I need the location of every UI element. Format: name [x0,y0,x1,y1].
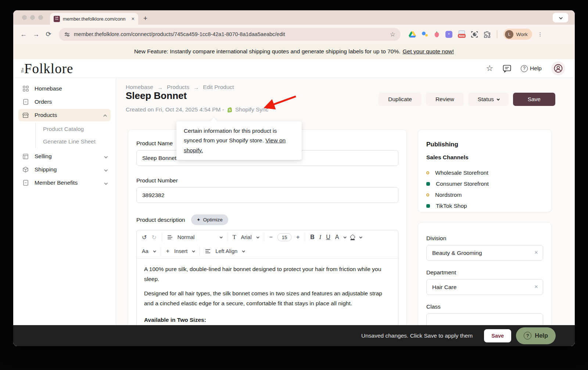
sidebar-item-member-benefits[interactable]: Member Benefits [18,177,111,189]
sidebar-item-generate-line-sheet[interactable]: Generate Line Sheet [36,135,116,148]
italic-icon[interactable]: I [319,234,321,241]
help-button[interactable]: ? Help [521,65,542,72]
product-number-label: Product Number [136,177,398,184]
url-text[interactable]: member.thefolklore.com/connect/products/… [74,31,386,37]
chevron-down-icon [359,235,362,238]
logo-prefix: The [21,69,24,73]
optimize-button[interactable]: ✦ Optimize [191,214,228,225]
banner-link[interactable]: Get your quote now! [403,48,454,55]
sidebar-item-shipping[interactable]: Shipping [18,163,111,176]
chevron-down-icon [104,179,107,186]
breadcrumb-products[interactable]: Products [167,84,189,90]
highlight-color-icon[interactable] [351,235,355,240]
tooltip-text: Certain information for this product is … [184,128,277,143]
sidebar-item-orders[interactable]: Orders [18,96,111,108]
account-avatar[interactable] [551,61,565,75]
back-button[interactable]: ← [18,31,29,38]
extensions-puzzle-icon[interactable] [484,31,491,38]
increase-font-icon[interactable]: + [296,234,300,241]
underline-icon[interactable]: U [326,234,330,241]
redo-icon[interactable]: ↻ [151,234,156,241]
case-label: Aa [142,248,148,254]
status-label: Status [478,96,494,103]
document-icon [22,99,29,105]
undo-icon[interactable]: ↺ [142,234,147,241]
bookmark-star-icon[interactable]: ☆ [390,31,395,38]
svg-text:S: S [229,108,231,111]
review-button[interactable]: Review [426,93,464,106]
layout-icon [22,154,29,159]
chevron-down-icon [219,235,222,238]
forward-button[interactable]: → [31,31,41,38]
new-tab-button[interactable]: + [143,14,147,22]
department-input[interactable] [426,279,543,295]
align-dropdown[interactable]: Left Align [200,247,250,256]
browser-tab[interactable]: folk lore member.thefolklore.com/conn × [50,13,138,25]
channel-consumer-storefront: Consumer Storefront [426,178,543,189]
text-color-icon[interactable]: A [335,234,339,241]
breadcrumb-edit-product: Edit Product [203,84,234,90]
font-size-value[interactable]: 15 [277,233,291,241]
window-controls[interactable] [22,15,43,20]
assistant-dots-icon[interactable] [422,31,428,37]
tab-close-icon[interactable]: × [132,16,135,22]
channel-status-dot [426,193,429,196]
new-extension-icon[interactable]: New [458,31,466,38]
sidebar-item-product-catalog[interactable]: Product Catalog [36,123,116,135]
sidebar-label: Member Benefits [35,179,78,186]
sparkle-icon: ✦ [197,217,201,223]
chevron-down-icon [153,249,156,252]
url-bar[interactable]: member.thefolklore.com/connect/products/… [59,28,401,41]
insert-dropdown[interactable]: + Insert [161,247,200,256]
sidebar-item-products[interactable]: Products [18,109,111,121]
strawberry-icon[interactable] [434,31,440,38]
paragraph-style-dropdown[interactable]: Normal [162,233,227,242]
plus-icon: + [166,248,169,255]
department-label: Department [426,269,543,276]
bottom-save-button[interactable]: Save [484,329,511,342]
created-line: Created on Fri, Oct 24, 2025 4:54 PM - S… [126,106,268,113]
channel-status-dot [426,182,430,186]
font-dropdown[interactable]: T Arial [227,233,264,242]
tab-search-button[interactable] [553,13,568,22]
drive-icon[interactable] [409,31,416,38]
product-form-card: Product Name Product Number Product desc… [128,129,407,346]
minimize-window-button[interactable] [30,15,35,20]
favorites-star-icon[interactable]: ☆ [486,64,493,73]
status-dropdown[interactable]: Status [468,93,509,106]
clear-division-icon[interactable]: × [534,249,538,256]
help-widget-button[interactable]: ? Help [516,327,556,344]
grid-icon [22,86,29,92]
banner-text: New Feature: Instantly compare internati… [134,48,401,55]
lens-capture-icon[interactable] [471,31,478,38]
decrease-font-icon[interactable]: − [269,234,273,241]
clear-department-icon[interactable]: × [534,283,538,291]
bold-icon[interactable]: B [310,234,315,241]
shopify-sync-label[interactable]: Shopify Sync [235,106,268,113]
browser-profile-chip[interactable]: L Work [503,29,532,40]
reload-button[interactable]: ⟳ [43,30,54,38]
division-input[interactable] [426,245,543,261]
shopify-sync-tooltip: Certain information for this product is … [176,121,302,160]
duplicate-button[interactable]: Duplicate [379,93,422,106]
font-value: Arial [241,234,252,240]
close-window-button[interactable] [22,15,27,20]
screen: folk lore member.thefolklore.com/conn × … [0,0,588,370]
site-settings-icon[interactable] [64,31,70,38]
browser-menu-button[interactable]: ⋮ [538,33,542,35]
breadcrumb-homebase[interactable]: Homebase [126,84,153,90]
case-dropdown[interactable]: Aa [137,247,161,256]
chevron-down-icon [559,15,563,19]
zoom-window-button[interactable] [38,15,43,20]
snowflake-extension-icon[interactable]: * [445,31,452,38]
save-button[interactable]: Save [513,93,555,106]
folklore-logo[interactable]: TheFolklore [21,61,73,77]
sidebar: Homebase Orders Products Product Ca [13,78,116,346]
feedback-chat-icon[interactable] [503,65,511,72]
tab-strip: folk lore member.thefolklore.com/conn × … [13,10,575,25]
product-number-input[interactable] [136,187,398,203]
sidebar-item-selling[interactable]: Selling [18,150,111,163]
app-body: Homebase Orders Products Product Ca [13,78,575,346]
sidebar-item-homebase[interactable]: Homebase [18,82,111,95]
toolbar-divider [497,30,497,38]
